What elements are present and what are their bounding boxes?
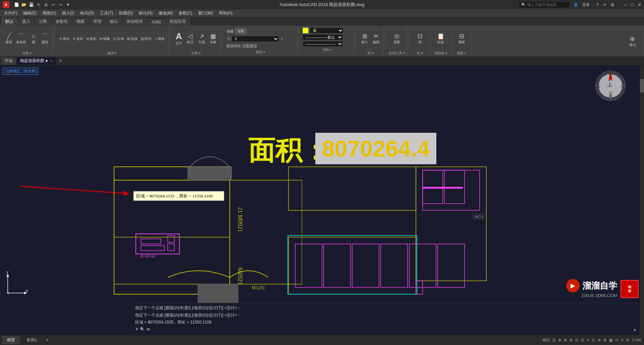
menu-view[interactable]: 视图(V) (40, 10, 59, 17)
menu-dimension[interactable]: 标注(N) (136, 10, 155, 17)
ribbon-btn-text[interactable]: A 文字 (173, 31, 184, 47)
ribbon-btn-copy[interactable]: ⧉ 复制 (85, 36, 98, 42)
drawing-area[interactable]: [-][俯视][二维线框] 21 M0921 M09 (0, 66, 644, 335)
restore-button[interactable]: □ (631, 2, 634, 7)
ribbon-btn-base[interactable]: ⊕ 基点 (627, 35, 638, 48)
status-transparency-icon[interactable]: ◎ (592, 338, 595, 342)
menu-modify[interactable]: 修改(M) (156, 10, 175, 17)
status-model-space[interactable]: 模型 (543, 338, 550, 343)
ribbon-tab-annotate[interactable]: 注释 (35, 18, 51, 25)
qat-undo[interactable]: ↩ (50, 2, 56, 8)
ribbon-btn-view[interactable]: ⊟ 视图 (456, 33, 467, 45)
ribbon-btn-group[interactable]: ⊡ 组 (415, 33, 425, 45)
ribbon-btn-measure[interactable]: ◎ 测量 (391, 33, 402, 45)
status-annoscale-icon[interactable]: A (621, 338, 623, 342)
share-icon[interactable]: ↗ (603, 2, 606, 7)
tab-add-button[interactable]: + (57, 57, 65, 65)
title-center: Autodesk AutoCAD 2018 颐提港面积图.dwg (280, 2, 365, 8)
map-icon[interactable]: 地 渝 (621, 280, 639, 298)
color-select[interactable]: 黄 (310, 27, 343, 34)
ribbon-btn-line[interactable]: ╱ 直线 (3, 33, 14, 45)
qat-new[interactable]: 📄 (13, 2, 19, 8)
layer-dropdown-arrow[interactable]: ▼ (280, 37, 283, 41)
status-grid-icon[interactable]: ||| (553, 338, 556, 342)
menu-tools[interactable]: 工具(T) (97, 10, 116, 17)
ribbon-btn-table[interactable]: ▦ 表格 (208, 33, 218, 45)
ribbon-tab-output[interactable]: 输出 (106, 18, 122, 25)
add-layout-button[interactable]: + (44, 337, 51, 343)
tab-start[interactable]: 开始 (1, 57, 16, 65)
ribbon-btn-arc[interactable]: ⌒ 圆弧 (40, 33, 50, 45)
status-tab-model[interactable]: 模型 (3, 336, 19, 344)
qat-redo[interactable]: ↪ (58, 2, 64, 8)
ribbon-btn-scale[interactable]: ⊠ 缩放 (126, 36, 139, 42)
tab-drawing[interactable]: 颐提港面积图 ● ✕ (17, 57, 56, 65)
status-snap-icon[interactable]: ⊕ (558, 338, 561, 342)
minimize-button[interactable]: ─ (624, 2, 627, 7)
ribbon-tab-manage[interactable]: 管理 (89, 18, 105, 25)
status-workspace-icon[interactable]: ⚙ (626, 338, 629, 342)
ribbon-tab-parametric[interactable]: 参数化 (52, 18, 72, 25)
command-input-field[interactable] (152, 327, 632, 332)
ribbon-btn-move[interactable]: ✦ 移动 (58, 36, 71, 42)
ribbon-tab-addons[interactable]: 附加模块 (123, 18, 147, 25)
status-polar-icon[interactable]: ⊕ (570, 338, 573, 342)
ribbon-tab-default[interactable]: 默认 (1, 18, 17, 25)
linetype-select[interactable]: ——————默认 (303, 34, 343, 40)
ribbon-btn-insert[interactable]: ⊞ 插入 (359, 33, 370, 45)
search-input[interactable] (527, 3, 568, 7)
ribbon-btn-dimension[interactable]: ◁ 标注 (185, 33, 196, 45)
menu-help[interactable]: 帮助(H) (216, 10, 235, 17)
command-clear-icon[interactable]: ✕ (135, 327, 139, 332)
status-bar-right: 模型 ||| ⊕ ⊞ ⊕ ⊡ ⊟ ━ ◎ ⊕ ⊞ ▦ ⊡ A ⚙ 1:100 (543, 338, 641, 343)
vertical-scrollbar[interactable] (639, 66, 644, 335)
status-sel-cycling-icon[interactable]: ⊕ (598, 338, 601, 342)
help-icon[interactable]: ? (596, 2, 599, 7)
layer-select[interactable]: 0 (232, 36, 279, 42)
ribbon-btn-rotate[interactable]: ↻ 旋转 (71, 36, 85, 42)
ribbon-tab-view[interactable]: 视图 (72, 18, 89, 25)
qat-print[interactable]: 🖨 (43, 2, 49, 8)
qat-save[interactable]: 💾 (28, 2, 34, 8)
ribbon-btn-leader[interactable]: ↗ 引线 (196, 33, 207, 45)
command-expand-icon[interactable]: ▲ (633, 327, 637, 331)
ribbon-btn-circle[interactable]: ○ 圆 (28, 33, 39, 45)
ribbon-tab-apps[interactable]: 精选应用 (166, 18, 190, 25)
ribbon-btn-stretch[interactable]: ⊡ 拉伸 (112, 36, 125, 42)
login-button[interactable]: 登录 (582, 2, 590, 7)
status-dynInput-icon[interactable]: ▦ (609, 338, 612, 342)
color-swatch (303, 27, 309, 34)
ribbon-btn-array[interactable]: ▦ 阵列 (140, 36, 153, 42)
menu-draw[interactable]: 绘图(D) (116, 10, 136, 17)
menu-window[interactable]: 窗口(W) (196, 10, 215, 17)
status-osnap-icon[interactable]: ⊡ (575, 338, 578, 342)
status-tab-layout1[interactable]: 布局1 (22, 336, 41, 344)
qat-more[interactable]: ▼ (65, 2, 71, 8)
menu-param[interactable]: 参数(C) (176, 10, 195, 17)
scrollbar-v-thumb[interactable] (640, 79, 644, 93)
menu-file[interactable]: 文件(F) (1, 10, 20, 17)
status-qprops-icon[interactable]: ⊡ (615, 338, 618, 342)
ribbon-btn-blockedit[interactable]: ✏ 编辑 (371, 33, 381, 45)
menu-insert[interactable]: 插入(I) (59, 10, 76, 17)
ribbon-tab-a360[interactable]: A360 (148, 19, 165, 25)
status-3dosnap-icon[interactable]: ⊞ (603, 338, 606, 342)
status-otrack-icon[interactable]: ⊟ (581, 338, 584, 342)
command-search-icon[interactable]: 🔍 (140, 327, 145, 332)
lineweight-select[interactable]: ————————1 (303, 41, 343, 47)
status-ortho-icon[interactable]: ⊞ (564, 338, 567, 342)
settings-icon[interactable]: ⚙ (610, 2, 614, 7)
ribbon-tab-insert[interactable]: 插入 (18, 18, 34, 25)
tab-close-icon[interactable]: ✕ (50, 59, 53, 63)
qat-open[interactable]: 📂 (21, 2, 27, 8)
menu-edit[interactable]: 编辑(E) (20, 10, 39, 17)
close-button[interactable]: ✕ (638, 2, 641, 7)
menu-format[interactable]: 格式(O) (77, 10, 97, 17)
ribbon-btn-polyline[interactable]: ⌒ 多段线 (15, 33, 28, 45)
status-lineweight-icon[interactable]: ━ (587, 338, 589, 342)
ribbon-btn-paste[interactable]: 📋 粘贴 (435, 33, 446, 45)
qat-saveas[interactable]: ⎘ (36, 2, 42, 8)
layer-create-btn[interactable]: 创建 (235, 28, 247, 34)
ribbon-btn-mirror[interactable]: ⇄ 镜像 (98, 36, 111, 42)
ribbon-btn-fillet[interactable]: ⌐ 圆角 (154, 36, 166, 42)
